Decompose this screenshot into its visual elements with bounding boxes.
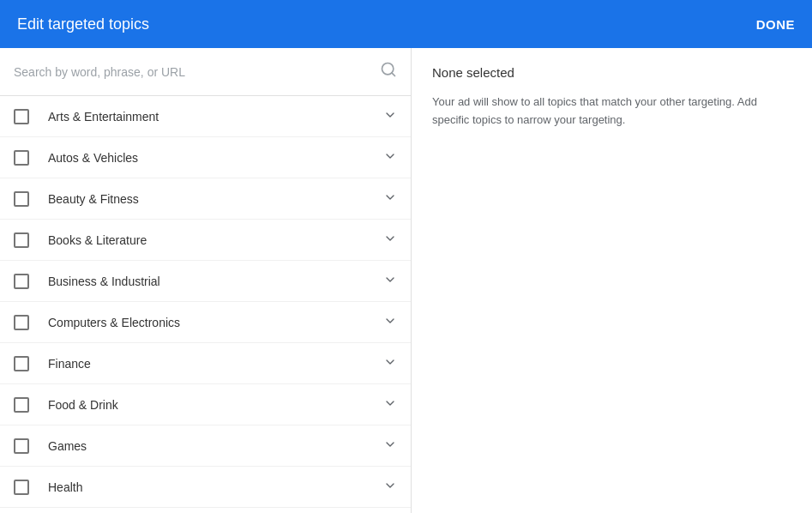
list-item[interactable]: Beauty & Fitness xyxy=(0,178,411,220)
right-panel: None selected Your ad will show to all t… xyxy=(412,48,812,513)
topic-label: Autos & Vehicles xyxy=(48,151,376,165)
done-button[interactable]: DONE xyxy=(756,17,795,32)
topic-label: Food & Drink xyxy=(48,398,376,412)
chevron-down-icon[interactable] xyxy=(383,273,397,289)
topic-checkbox[interactable] xyxy=(14,274,29,289)
topic-checkbox[interactable] xyxy=(14,356,29,371)
chevron-down-icon[interactable] xyxy=(383,190,397,207)
topic-checkbox[interactable] xyxy=(14,397,29,413)
chevron-down-icon[interactable] xyxy=(383,314,397,330)
topic-label: Games xyxy=(48,439,376,453)
topic-label: Books & Literature xyxy=(48,233,376,247)
list-item[interactable]: Food & Drink xyxy=(0,384,411,425)
topic-checkbox[interactable] xyxy=(14,191,29,207)
search-icon xyxy=(380,61,397,82)
topic-label: Health xyxy=(48,480,376,494)
main-content: Arts & EntertainmentAutos & VehiclesBeau… xyxy=(0,48,812,513)
search-bar xyxy=(0,48,411,96)
list-item[interactable]: Books & Literature xyxy=(0,220,411,261)
list-item[interactable]: Health xyxy=(0,467,411,508)
topics-list: Arts & EntertainmentAutos & VehiclesBeau… xyxy=(0,96,411,513)
page-title: Edit targeted topics xyxy=(17,15,149,33)
list-item[interactable]: Finance xyxy=(0,343,411,384)
topic-label: Arts & Entertainment xyxy=(48,110,376,124)
topic-checkbox[interactable] xyxy=(14,109,29,124)
topic-label: Computers & Electronics xyxy=(48,316,376,329)
chevron-down-icon[interactable] xyxy=(383,108,397,124)
svg-line-1 xyxy=(392,73,395,76)
chevron-down-icon[interactable] xyxy=(383,149,397,166)
topic-label: Beauty & Fitness xyxy=(48,192,376,206)
chevron-down-icon[interactable] xyxy=(383,396,397,413)
topic-label: Finance xyxy=(48,357,376,371)
help-text: Your ad will show to all topics that mat… xyxy=(432,94,791,130)
list-item[interactable]: Arts & Entertainment xyxy=(0,96,411,137)
list-item[interactable]: Business & Industrial xyxy=(0,261,411,302)
topic-checkbox[interactable] xyxy=(14,438,29,454)
chevron-down-icon[interactable] xyxy=(383,355,397,371)
list-item[interactable]: Games xyxy=(0,425,411,467)
chevron-down-icon[interactable] xyxy=(383,232,397,248)
topic-checkbox[interactable] xyxy=(14,232,29,248)
header: Edit targeted topics DONE xyxy=(0,0,812,48)
chevron-down-icon[interactable] xyxy=(383,438,397,454)
topic-label: Business & Industrial xyxy=(48,275,376,288)
topic-checkbox[interactable] xyxy=(14,150,29,166)
topic-checkbox[interactable] xyxy=(14,480,29,495)
list-item[interactable]: Autos & Vehicles xyxy=(0,137,411,178)
topic-checkbox[interactable] xyxy=(14,315,29,330)
left-panel: Arts & EntertainmentAutos & VehiclesBeau… xyxy=(0,48,412,513)
selection-status: None selected xyxy=(432,65,791,80)
list-item[interactable]: Computers & Electronics xyxy=(0,302,411,343)
chevron-down-icon[interactable] xyxy=(383,479,397,495)
search-input[interactable] xyxy=(14,65,373,79)
